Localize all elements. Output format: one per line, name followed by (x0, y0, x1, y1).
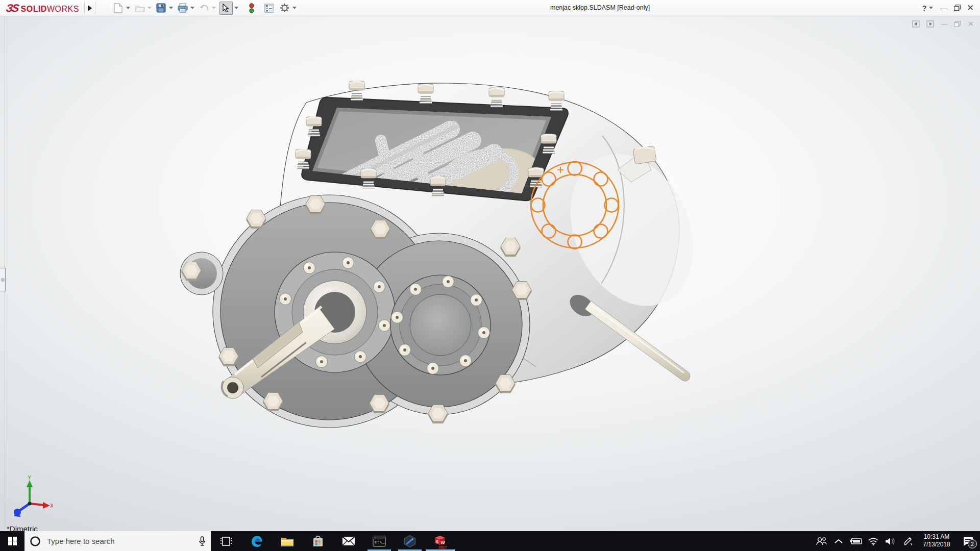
taskbar-search-box[interactable] (24, 531, 211, 551)
hidden-icons-button[interactable] (830, 531, 847, 551)
wifi-icon (868, 537, 879, 545)
taskbar-app-file-explorer[interactable] (272, 531, 303, 551)
solidworks-2017-icon: S W 2017 (433, 534, 448, 549)
minimize-button[interactable]: — (937, 4, 950, 12)
save-button[interactable] (155, 2, 167, 14)
sw-year: 2017 (438, 545, 447, 549)
network-status[interactable] (865, 531, 882, 551)
printer-icon (178, 3, 188, 13)
people-button[interactable] (813, 531, 830, 551)
graphics-viewport[interactable]: — ✕ (0, 16, 980, 531)
triad-x-label: X (50, 503, 53, 509)
chevron-up-icon (835, 539, 843, 544)
performance-status-button[interactable] (246, 2, 258, 14)
open-folder-icon (135, 4, 145, 13)
doc-minimize-button[interactable]: — (941, 20, 947, 28)
open-document-caret[interactable] (148, 7, 152, 9)
new-document-caret[interactable] (126, 7, 130, 9)
doc-close-button[interactable]: ✕ (967, 19, 974, 29)
select-tool-caret[interactable] (234, 7, 238, 9)
windows-ink-workspace[interactable] (899, 531, 917, 551)
print-button[interactable] (177, 2, 189, 14)
sw-letter-s: S (436, 539, 439, 544)
restore-icon (954, 5, 961, 11)
doc-restore-icon (954, 21, 961, 27)
microphone-icon[interactable] (199, 536, 206, 546)
task-view-button[interactable] (211, 531, 241, 551)
start-button[interactable] (0, 531, 24, 551)
app-titlebar: ЗS SOLIDWORKS menjac sklop. (0, 0, 980, 16)
action-center-button[interactable]: 2 (957, 531, 980, 551)
pane-right-icon (926, 20, 934, 28)
microsoft-store-icon (312, 535, 324, 547)
options-button[interactable] (279, 2, 291, 14)
view-orientation-label: *Dimetric (7, 524, 38, 531)
right-bearing-cover[interactable] (390, 275, 491, 375)
triad-y-label: Y (28, 475, 32, 481)
save-caret[interactable] (169, 7, 173, 9)
options-caret[interactable] (292, 7, 297, 9)
undo-button[interactable] (198, 2, 210, 14)
task-view-icon (220, 536, 232, 546)
flyout-arrow-icon (88, 5, 92, 11)
taskbar-clock[interactable]: 10:31 AM 7/13/2018 (917, 531, 957, 551)
solidworks-logo: ЗS SOLIDWORKS (0, 2, 84, 14)
clock-time: 10:31 AM (917, 533, 957, 541)
solidworks-logo-glyph: ЗS (5, 2, 19, 14)
open-document-button[interactable] (134, 2, 146, 14)
notification-badge: 2 (968, 539, 977, 548)
taskbar-app-hexagon[interactable] (395, 531, 425, 551)
properties-list-icon (264, 4, 274, 13)
help-caret[interactable] (929, 7, 933, 9)
new-document-button[interactable] (112, 2, 125, 14)
taskbar-app-command-prompt[interactable]: C:\_ (364, 531, 395, 551)
hexagon-app-icon (403, 535, 416, 548)
speaker-icon (885, 537, 896, 545)
3d-model-gearbox-assembly[interactable] (0, 16, 980, 531)
traffic-light-icon (249, 3, 254, 13)
pen-icon (903, 537, 913, 546)
taskbar-app-edge[interactable] (241, 531, 272, 551)
cmd-label: C:\_ (375, 540, 384, 544)
show-right-pane-button[interactable] (926, 20, 934, 28)
taskbar-app-solidworks[interactable]: S W 2017 (425, 531, 456, 551)
mail-icon (342, 536, 355, 546)
sw-letter-w: W (441, 540, 446, 545)
doc-restore-button[interactable] (954, 21, 961, 27)
gear-icon (280, 3, 289, 13)
cortana-icon (30, 536, 41, 547)
system-tray: 10:31 AM 7/13/2018 2 (813, 531, 980, 551)
windows-logo-icon (8, 537, 17, 545)
taskbar-app-store[interactable] (303, 531, 333, 551)
undo-caret[interactable] (212, 7, 216, 9)
command-prompt-icon: C:\_ (373, 536, 386, 547)
document-properties-button[interactable] (263, 2, 275, 14)
windows-taskbar: C:\_ S W 2017 (0, 531, 980, 551)
restore-button[interactable] (950, 4, 964, 12)
save-floppy-icon (156, 3, 166, 13)
volume-control[interactable] (882, 531, 899, 551)
pane-left-icon (912, 20, 920, 28)
clock-date: 7/13/2018 (917, 541, 957, 548)
show-left-pane-button[interactable] (912, 20, 920, 28)
print-caret[interactable] (190, 7, 194, 9)
people-icon (816, 537, 827, 546)
menu-flyout-button[interactable] (84, 2, 95, 14)
file-explorer-icon (281, 536, 294, 547)
search-input[interactable] (46, 536, 193, 546)
select-cursor-icon (222, 4, 230, 13)
taskbar-app-mail[interactable] (333, 531, 364, 551)
battery-charging-icon (849, 538, 863, 545)
edge-icon (250, 535, 263, 548)
new-document-icon (114, 3, 122, 13)
close-button[interactable]: ✕ (964, 3, 977, 13)
undo-arrow-icon (199, 4, 209, 12)
document-title: menjac sklop.SLDASM [Read-only] (550, 0, 650, 16)
reference-triad: Y X (9, 475, 53, 519)
select-tool-button[interactable] (219, 2, 233, 15)
battery-status[interactable] (847, 531, 865, 551)
document-window-controls: — ✕ (912, 19, 974, 29)
